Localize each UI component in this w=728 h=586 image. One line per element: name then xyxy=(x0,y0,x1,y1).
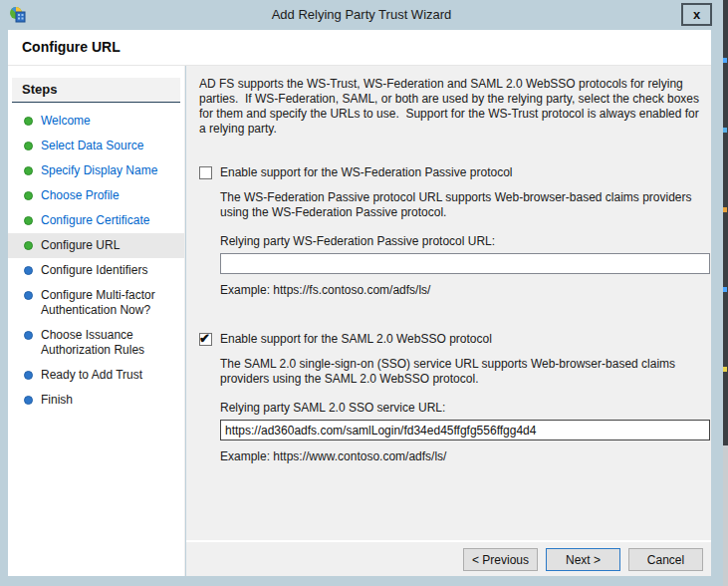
background-window-edge-lower xyxy=(723,445,728,586)
sidebar-item-finish[interactable]: Finish xyxy=(8,388,184,413)
next-button[interactable]: Next > xyxy=(546,548,620,571)
saml-url-label: Relying party SAML 2.0 SSO service URL: xyxy=(220,401,710,415)
wsfed-checkbox-label[interactable]: Enable support for the WS-Federation Pas… xyxy=(220,165,512,179)
sidebar-item-choose-issuance-rules[interactable]: Choose Issuance Authorization Rules xyxy=(8,323,184,363)
steps-header: Steps xyxy=(12,78,180,103)
checkmark-icon: ✔ xyxy=(199,331,210,346)
wsfed-section: The WS-Federation Passive protocol URL s… xyxy=(220,190,710,297)
saml-description: The SAML 2.0 single-sign-on (SSO) servic… xyxy=(220,357,710,387)
footer-button-bar: < Previous Next > Cancel xyxy=(186,542,711,576)
titlebar: Add Relying Party Trust Wizard x xyxy=(0,0,723,30)
dialog-bottom-frame xyxy=(0,576,723,586)
main-content: AD FS supports the WS-Trust, WS-Federati… xyxy=(186,66,711,576)
background-window-edge xyxy=(723,0,728,445)
step-todo-icon xyxy=(24,331,33,340)
wsfed-url-label: Relying party WS-Federation Passive prot… xyxy=(220,234,710,248)
saml-checkbox-label[interactable]: Enable support for the SAML 2.0 WebSSO p… xyxy=(220,332,492,346)
wsfed-example-text: Example: https://fs.contoso.com/adfs/ls/ xyxy=(220,283,710,297)
saml-checkbox[interactable]: ✔ xyxy=(199,333,212,346)
sidebar-item-choose-profile[interactable]: Choose Profile xyxy=(8,183,184,208)
cancel-button[interactable]: Cancel xyxy=(628,548,703,571)
intro-text: AD FS supports the WS-Trust, WS-Federati… xyxy=(199,77,703,137)
wsfed-checkbox-row: ✔ Enable support for the WS-Federation P… xyxy=(199,165,701,179)
sidebar-item-configure-identifiers[interactable]: Configure Identifiers xyxy=(8,258,184,283)
window-title: Add Relying Party Trust Wizard xyxy=(0,0,723,30)
sidebar-item-ready-to-add-trust[interactable]: Ready to Add Trust xyxy=(8,363,184,388)
sidebar-item-welcome[interactable]: Welcome xyxy=(8,109,184,134)
sidebar-item-select-data-source[interactable]: Select Data Source xyxy=(8,134,184,158)
steps-list: Welcome Select Data Source Specify Displ… xyxy=(8,109,184,413)
sidebar-item-configure-url[interactable]: Configure URL xyxy=(8,233,184,258)
step-done-icon xyxy=(24,166,33,175)
wizard-app-icon xyxy=(9,6,27,24)
step-done-icon xyxy=(24,191,33,200)
step-done-icon xyxy=(24,216,33,225)
steps-sidebar: Steps Welcome Select Data Source Specify… xyxy=(8,66,185,576)
sidebar-item-configure-certificate[interactable]: Configure Certificate xyxy=(8,208,184,233)
wsfed-checkbox[interactable]: ✔ xyxy=(199,166,212,179)
wsfed-description: The WS-Federation Passive protocol URL s… xyxy=(220,190,710,220)
step-done-icon xyxy=(24,142,33,150)
saml-url-input[interactable] xyxy=(220,420,710,440)
step-done-icon xyxy=(24,117,33,126)
step-current-icon xyxy=(24,241,33,250)
page-header: Configure URL xyxy=(8,30,711,66)
saml-example-text: Example: https://www.contoso.com/adfs/ls… xyxy=(220,449,710,463)
step-todo-icon xyxy=(24,371,33,380)
sidebar-item-configure-mfa[interactable]: Configure Multi-factor Authentication No… xyxy=(8,283,184,323)
close-button[interactable]: x xyxy=(681,3,712,26)
previous-button[interactable]: < Previous xyxy=(463,548,538,571)
saml-checkbox-row: ✔ Enable support for the SAML 2.0 WebSSO… xyxy=(199,332,701,346)
saml-section: The SAML 2.0 single-sign-on (SSO) servic… xyxy=(220,357,710,463)
sidebar-item-specify-display-name[interactable]: Specify Display Name xyxy=(8,158,184,183)
step-todo-icon xyxy=(24,291,33,300)
step-todo-icon xyxy=(24,266,33,275)
wsfed-url-input[interactable] xyxy=(220,253,710,274)
step-todo-icon xyxy=(24,396,33,405)
page-title: Configure URL xyxy=(22,39,121,55)
